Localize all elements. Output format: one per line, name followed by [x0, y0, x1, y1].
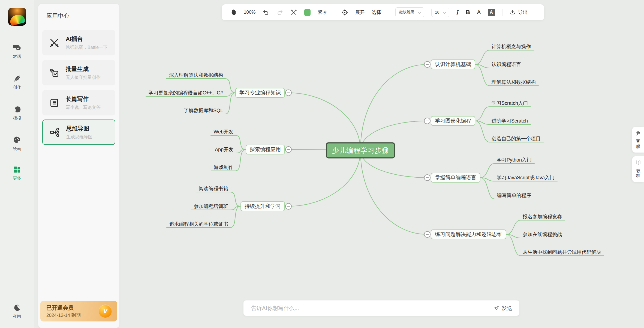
send-button[interactable]: 发送	[493, 305, 512, 312]
toolbar-divider	[388, 9, 388, 16]
mindmap-child-node[interactable]: Web开发	[213, 129, 233, 135]
rail-item-label: 对话	[13, 54, 21, 59]
mindmap-branch-node[interactable]: 持续提升和学习	[240, 201, 285, 211]
underline-button[interactable]: A	[477, 9, 481, 15]
app-card-title: AI擂台	[66, 35, 107, 43]
app-card-subtitle: 生成思维导图	[66, 134, 92, 140]
pan-hand-button[interactable]	[230, 9, 237, 16]
mindmap-child-node[interactable]: 参加编程培训班	[194, 203, 228, 210]
app-card-subtitle: 写小说、写论文等	[66, 105, 101, 111]
locate-center-button[interactable]	[341, 9, 348, 16]
side-tab-2[interactable]: 教程	[632, 156, 644, 182]
vip-badge-icon: V	[99, 305, 112, 318]
mindmap-child-node[interactable]: 追求编程相关的学位或证书	[169, 221, 228, 227]
mindmap-child-node[interactable]: 从生活中找到问题并尝试用代码解决	[523, 249, 601, 255]
mindmap-child-node[interactable]: 参加在线编程挑战	[523, 231, 562, 238]
chat-icon	[13, 44, 21, 52]
mindmap-child-node[interactable]: 深入理解算法和数据结构	[169, 72, 223, 78]
feather-icon	[13, 74, 21, 83]
app-card-2[interactable]: 批量生成 无人值守批量创作	[42, 60, 115, 85]
app-card-4[interactable]: 思维导图 生成思维导图	[42, 120, 115, 145]
mindmap-branch-node[interactable]: 认识计算机基础	[431, 59, 475, 69]
rail-item-draw[interactable]: 绘画	[0, 136, 34, 151]
side-tabs: 客服教程	[632, 127, 644, 182]
ai-prompt-input[interactable]	[251, 305, 493, 312]
italic-button[interactable]: I	[456, 9, 459, 16]
mindmap-child-node[interactable]: 了解数据库和SQL	[184, 107, 223, 114]
rail-item-label: 绘画	[13, 146, 21, 151]
export-label: 导出	[518, 9, 528, 16]
app-logo[interactable]	[8, 8, 26, 26]
mindmap-branch-node[interactable]: 学习专业编程知识	[235, 88, 285, 98]
rail-item-label: 夜间	[13, 314, 21, 319]
mindmap-child-node[interactable]: 学习Python入门	[497, 157, 532, 163]
membership-card[interactable]: 已开通会员 2024-12-14 到期 V	[40, 301, 117, 321]
app-card-1[interactable]: AI擂台 孰强孰弱，Battle一下	[42, 30, 115, 55]
toolbar-divider	[502, 9, 502, 16]
membership-title: 已开通会员	[46, 304, 74, 312]
panel-title: 应用中心	[46, 12, 69, 20]
mindmap-child-node[interactable]: 阅读编程书籍	[199, 185, 228, 192]
rail-item-label: 更多	[13, 176, 21, 181]
bold-button[interactable]: B	[466, 9, 470, 16]
send-label: 发送	[501, 305, 512, 312]
expand-button[interactable]: 展开	[355, 9, 365, 16]
app-card-subtitle: 无人值守批量创作	[66, 75, 101, 80]
app-card-title: 思维导图	[66, 125, 92, 132]
app-window: 认识计算机基础计算机概念与操作认识编程语言理解算法和数据结构学习图形化编程学习S…	[0, 0, 644, 328]
app-card-3[interactable]: 长篇写作 写小说、写论文等	[42, 90, 115, 115]
scissors-button[interactable]	[290, 9, 297, 16]
mindmap-child-node[interactable]: 创造自己的第一个项目	[492, 135, 541, 142]
rail-item-simulate[interactable]: 模拟	[0, 105, 34, 121]
rail-item-night-mode[interactable]: 夜间	[0, 303, 34, 319]
theme-color-swatch[interactable]	[304, 9, 311, 16]
font-size-select[interactable]: 16	[431, 8, 449, 17]
app-card-subtitle: 孰强孰弱，Battle一下	[66, 45, 107, 50]
toolbar: 100% 紧凑 展开 选择 微软雅黑 16 I B A A 导出	[222, 4, 544, 20]
mindmap-child-node[interactable]: App开发	[215, 146, 233, 153]
mindmap-child-node[interactable]: 学习Scratch入门	[492, 100, 528, 106]
batch-icon	[49, 67, 60, 78]
chevron-down-icon	[443, 10, 446, 14]
rail-item-chat[interactable]: 对话	[0, 44, 34, 59]
app-center-panel: 应用中心 AI擂台 孰强孰弱，Battle一下 批量生成 无人值守批量创作 长篇…	[38, 4, 119, 328]
font-family-select[interactable]: 微软雅黑	[395, 7, 424, 17]
zoom-level[interactable]: 100%	[244, 10, 255, 15]
mindmap-child-node[interactable]: 认识编程语言	[492, 61, 521, 68]
mindmap-child-node[interactable]: 游戏制作	[214, 164, 233, 171]
mindmap-icon	[49, 127, 60, 138]
mindmap-branch-node[interactable]: 练习问题解决能力和逻辑思维	[431, 229, 506, 239]
side-tab-label: 教程	[636, 168, 641, 178]
mindmap-branch-node[interactable]: 探索编程应用	[246, 145, 285, 154]
rail-item-label: 创作	[13, 85, 21, 90]
font-color-button[interactable]: A	[488, 9, 495, 16]
side-tab-1[interactable]: 客服	[632, 127, 644, 153]
mindmap-branch-node[interactable]: 掌握简单编程语言	[431, 173, 480, 183]
rail-item-create[interactable]: 创作	[0, 74, 34, 90]
grid-icon	[13, 165, 21, 174]
mindmap-child-node[interactable]: 计算机概念与操作	[492, 43, 531, 50]
select-button[interactable]: 选择	[372, 9, 381, 16]
moon-icon	[13, 303, 21, 312]
person-icon	[13, 105, 21, 114]
mindmap-child-node[interactable]: 理解算法和数据结构	[492, 79, 536, 85]
mindmap-child-node[interactable]: 报名参加编程竞赛	[523, 213, 562, 220]
chevron-down-icon	[418, 10, 422, 14]
mindmap-child-node[interactable]: 学习更复杂的编程语言如C++、C#	[149, 90, 223, 96]
book-open-icon	[635, 160, 641, 167]
compact-button[interactable]: 紧凑	[318, 9, 327, 16]
font-size-value: 16	[435, 10, 439, 14]
mindmap-child-node[interactable]: 编写简单的程序	[497, 192, 531, 199]
undo-button[interactable]	[263, 9, 269, 16]
mindmap-branch-node[interactable]: 学习图形化编程	[431, 116, 475, 126]
mindmap-child-node[interactable]: 学习JavaScript或Java入门	[497, 174, 555, 181]
rail-item-label: 模拟	[13, 116, 21, 121]
rail-item-more[interactable]: 更多	[0, 165, 34, 181]
mindmap-child-node[interactable]: 进阶学习Scratch	[492, 118, 528, 124]
export-button[interactable]: 导出	[510, 9, 528, 16]
redo-button[interactable]	[276, 9, 283, 16]
mindmap-root-node[interactable]: 少儿编程学习步骤	[326, 142, 395, 159]
swords-icon	[49, 37, 60, 48]
font-family-value: 微软雅黑	[399, 10, 414, 15]
ai-composer: 发送	[243, 300, 519, 316]
